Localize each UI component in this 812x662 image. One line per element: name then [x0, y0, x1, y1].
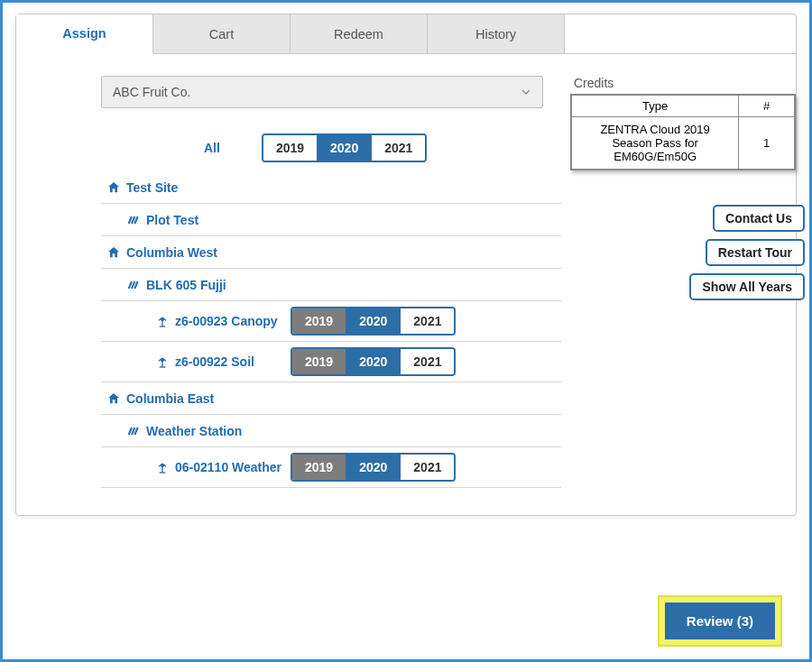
- tab-redeem[interactable]: Redeem: [291, 14, 428, 53]
- site-tree: Test SitePlot TestColumbia WestBLK 605 F…: [101, 171, 561, 488]
- year-option-2019[interactable]: 2019: [263, 135, 318, 161]
- contact-us-button[interactable]: Contact Us: [713, 205, 805, 232]
- all-label[interactable]: All: [204, 141, 220, 155]
- device-year-2021[interactable]: 2021: [401, 349, 454, 374]
- plot-icon: [121, 213, 146, 227]
- tree-item-label[interactable]: z6-00923 Canopy: [175, 314, 291, 329]
- credits-row-type: ZENTRA Cloud 2019 Season Pass for EM60G/…: [572, 117, 739, 170]
- device-year-segmented: 201920202021: [291, 453, 456, 482]
- organization-select[interactable]: ABC Fruit Co.: [101, 76, 543, 108]
- device-year-2019: 2019: [292, 349, 346, 374]
- chevron-down-icon: [519, 85, 533, 102]
- tree-item-label[interactable]: BLK 605 Fujji: [146, 278, 226, 292]
- device-year-segmented: 201920202021: [291, 347, 456, 376]
- tree-item-label[interactable]: Test Site: [126, 180, 178, 195]
- year-segmented: 2019 2020 2021: [262, 133, 427, 162]
- device-year-segmented: 201920202021: [291, 307, 456, 336]
- device-year-2021[interactable]: 2021: [401, 455, 454, 480]
- review-highlight: Review (3): [658, 595, 782, 647]
- tree-device-row: 06-02110 Weather201920202021: [101, 447, 561, 488]
- tree-site-row: Columbia West: [101, 236, 561, 269]
- credits-header-type: Type: [572, 96, 739, 117]
- tab-cart[interactable]: Cart: [153, 14, 291, 53]
- year-option-2020[interactable]: 2020: [318, 135, 372, 161]
- device-year-2020[interactable]: 2020: [346, 308, 401, 334]
- home-icon: [101, 391, 126, 406]
- home-icon: [101, 180, 126, 195]
- tab-assign[interactable]: Assign: [16, 14, 153, 54]
- show-all-years-button[interactable]: Show All Years: [689, 273, 805, 300]
- tree-item-label[interactable]: Columbia West: [126, 245, 217, 260]
- tree-item-label[interactable]: 06-02110 Weather: [175, 460, 291, 475]
- tab-history[interactable]: History: [428, 14, 565, 53]
- tree-plot-row: BLK 605 Fujji: [101, 269, 561, 301]
- credits-table: Type # ZENTRA Cloud 2019 Season Pass for…: [570, 94, 796, 170]
- tree-item-label[interactable]: Weather Station: [146, 424, 242, 438]
- tree-item-label[interactable]: z6-00922 Soil: [175, 354, 291, 370]
- credits-row: ZENTRA Cloud 2019 Season Pass for EM60G/…: [572, 117, 795, 170]
- review-button[interactable]: Review (3): [665, 602, 775, 639]
- tabs-bar: Assign Cart Redeem History: [16, 14, 796, 54]
- year-option-2021[interactable]: 2021: [372, 135, 425, 161]
- tree-plot-row: Plot Test: [101, 204, 561, 236]
- credits-header-count: #: [739, 96, 795, 117]
- tree-item-label[interactable]: Columbia East: [126, 391, 214, 406]
- sensor-icon: [150, 460, 175, 474]
- tree-site-row: Columbia East: [101, 382, 561, 415]
- organization-selected: ABC Fruit Co.: [113, 85, 190, 99]
- device-year-2019: 2019: [292, 308, 346, 334]
- tree-device-row: z6-00922 Soil201920202021: [101, 342, 561, 382]
- plot-icon: [121, 278, 146, 292]
- sensor-icon: [150, 354, 175, 369]
- device-year-2021[interactable]: 2021: [401, 308, 454, 334]
- credits-row-count: 1: [739, 117, 795, 170]
- sensor-icon: [150, 314, 175, 328]
- device-year-2020[interactable]: 2020: [346, 455, 401, 480]
- tree-site-row: Test Site: [101, 171, 561, 204]
- device-year-2020[interactable]: 2020: [346, 349, 401, 374]
- tree-plot-row: Weather Station: [101, 415, 561, 447]
- year-filter-row: All 2019 2020 2021: [29, 133, 561, 162]
- device-year-2019: 2019: [292, 455, 346, 480]
- credits-title: Credits: [570, 76, 805, 90]
- tree-device-row: z6-00923 Canopy201920202021: [101, 301, 561, 342]
- plot-icon: [121, 424, 146, 438]
- tree-item-label[interactable]: Plot Test: [146, 213, 198, 227]
- restart-tour-button[interactable]: Restart Tour: [706, 239, 805, 266]
- home-icon: [101, 245, 126, 260]
